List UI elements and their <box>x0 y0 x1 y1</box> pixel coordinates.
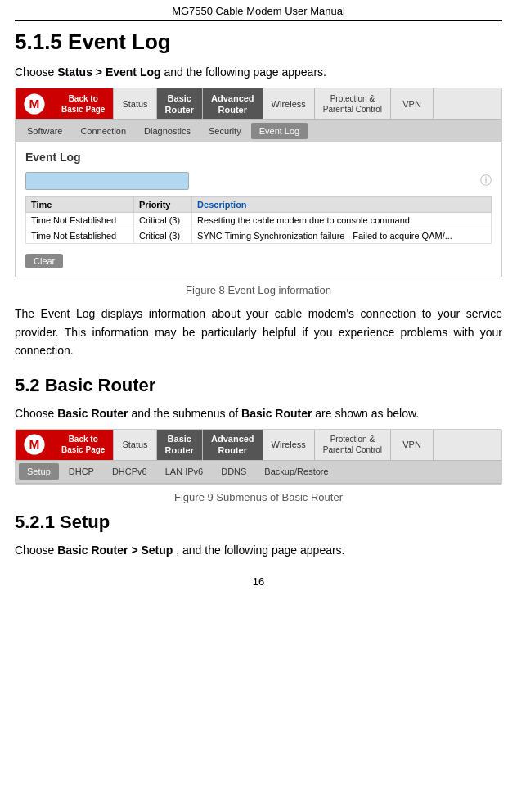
nav-bar-1: M Back toBasic Page Status BasicRouter A… <box>16 88 501 120</box>
subnav2-backup-restore[interactable]: Backup/Restore <box>256 463 336 480</box>
subnav2-dhcpv6[interactable]: DHCPv6 <box>104 463 155 480</box>
nav-wireless-button[interactable]: Wireless <box>263 88 315 119</box>
subnav2-setup[interactable]: Setup <box>19 463 59 480</box>
event-log-table: Time Priority Description Time Not Estab… <box>25 196 492 244</box>
log-input-box[interactable] <box>25 172 189 190</box>
nav-screenshot-1: M Back toBasic Page Status BasicRouter A… <box>15 88 502 277</box>
section-521-title: 5.2.1 Setup <box>15 512 502 533</box>
nav-basic-router-button-2[interactable]: BasicRouter <box>157 430 203 460</box>
nav-basic-router-button[interactable]: BasicRouter <box>157 88 203 119</box>
figure1-caption: Figure 8 Event Log information <box>15 284 502 296</box>
nav-back-button-2[interactable]: Back toBasic Page <box>53 430 114 460</box>
subnav-security[interactable]: Security <box>200 123 250 139</box>
nav-back-button[interactable]: Back toBasic Page <box>53 88 114 119</box>
nav-status-button-2[interactable]: Status <box>114 430 156 460</box>
row1-time: Time Not Established <box>26 213 134 228</box>
section-515-title: 5.1.5 Event Log <box>15 29 502 55</box>
event-log-description: The Event Log displays information about… <box>15 304 502 359</box>
row2-priority: Critical (3) <box>133 228 191 244</box>
subnav-software[interactable]: Software <box>19 123 70 139</box>
figure2-caption: Figure 9 Submenus of Basic Router <box>15 491 502 503</box>
nav-vpn-button-2[interactable]: VPN <box>391 430 434 460</box>
subnav-diagnostics[interactable]: Diagnostics <box>136 123 199 139</box>
svg-text:M: M <box>29 97 40 111</box>
nav-vpn-button[interactable]: VPN <box>391 88 434 119</box>
subnav-connection[interactable]: Connection <box>72 123 134 139</box>
nav-bar-2: M Back toBasic Page Status BasicRouter A… <box>16 430 501 461</box>
row2-description: SYNC Timing Synchronization failure - Fa… <box>192 228 492 244</box>
clear-button[interactable]: Clear <box>25 254 63 268</box>
sub-nav-bar-1: Software Connection Diagnostics Security… <box>16 120 501 142</box>
nav-advanced-router-button[interactable]: AdvancedRouter <box>203 88 263 119</box>
section-52-intro: Choose Basic Router and the submenus of … <box>15 404 502 422</box>
nav-logo-1: M <box>16 88 53 119</box>
subnav-event-log[interactable]: Event Log <box>251 123 308 139</box>
subnav2-ddns[interactable]: DDNS <box>213 463 254 480</box>
svg-text:M: M <box>29 437 40 451</box>
nav-advanced-router-button-2[interactable]: AdvancedRouter <box>203 430 263 460</box>
sub-nav-bar-2: Setup DHCP DHCPv6 LAN IPv6 DDNS Backup/R… <box>16 461 501 484</box>
nav-protection-button[interactable]: Protection &Parental Control <box>315 88 391 119</box>
nav-screenshot-2: M Back toBasic Page Status BasicRouter A… <box>15 429 502 485</box>
subnav2-dhcp[interactable]: DHCP <box>61 463 102 480</box>
event-log-content: Event Log ⓘ Time Priority Description Ti… <box>16 142 501 277</box>
nav-status-button[interactable]: Status <box>114 88 156 119</box>
manual-title: MG7550 Cable Modem User Manual <box>172 5 345 17</box>
nav-wireless-button-2[interactable]: Wireless <box>263 430 315 460</box>
row2-time: Time Not Established <box>26 228 134 244</box>
section-515-intro: Choose Status > Event Log and the follow… <box>15 63 502 81</box>
info-icon: ⓘ <box>480 174 492 188</box>
page-number: 16 <box>15 575 502 588</box>
section-52-title: 5.2 Basic Router <box>15 375 502 396</box>
event-log-section-title: Event Log <box>25 151 81 164</box>
col-description: Description <box>192 197 492 213</box>
subnav2-lan-ipv6[interactable]: LAN IPv6 <box>157 463 211 480</box>
page-header: MG7550 Cable Modem User Manual <box>15 0 502 21</box>
col-priority: Priority <box>133 197 191 213</box>
section-521-intro: Choose Basic Router > Setup , and the fo… <box>15 541 502 559</box>
nav-logo-2: M <box>16 430 53 460</box>
table-row: Time Not Established Critical (3) Resett… <box>26 213 492 228</box>
row1-priority: Critical (3) <box>133 213 191 228</box>
event-log-title-bar: Event Log <box>25 151 492 164</box>
nav-protection-button-2[interactable]: Protection &Parental Control <box>315 430 391 460</box>
row1-description: Resetting the cable modem due to console… <box>192 213 492 228</box>
table-row: Time Not Established Critical (3) SYNC T… <box>26 228 492 244</box>
col-time: Time <box>26 197 134 213</box>
log-input-bar: ⓘ <box>25 172 492 190</box>
